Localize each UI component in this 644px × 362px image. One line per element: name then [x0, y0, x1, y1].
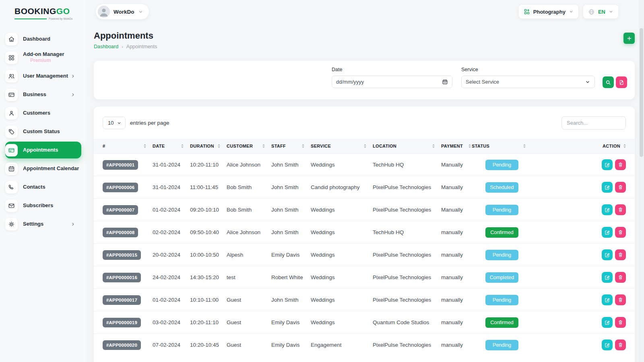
- column-header-id[interactable]: #: [103, 144, 153, 148]
- sidebar-item-user-management[interactable]: User Management: [5, 68, 81, 84]
- grid-icon: [5, 51, 18, 64]
- cell-service: Engagement: [311, 342, 373, 348]
- cell-service: Weddings: [311, 319, 373, 325]
- sidebar-item-custom-status[interactable]: Custom Status: [5, 123, 81, 140]
- language-selector[interactable]: EN: [583, 5, 618, 19]
- edit-button[interactable]: [602, 294, 613, 305]
- breadcrumb-separator: ›: [122, 44, 123, 49]
- cell-service: Weddings: [311, 162, 373, 168]
- delete-button[interactable]: [615, 249, 626, 260]
- status-badge: Pending: [485, 295, 518, 305]
- column-header-staff[interactable]: STAFF: [271, 144, 311, 148]
- add-appointment-button[interactable]: [623, 33, 635, 44]
- sidebar-item-dashboard[interactable]: Dashboard: [5, 31, 81, 47]
- phone-icon: [5, 181, 18, 193]
- edit-button[interactable]: [602, 204, 613, 215]
- edit-button[interactable]: [602, 339, 613, 350]
- cell-customer: Alpesh: [227, 252, 271, 258]
- status-badge: Pending: [485, 340, 518, 350]
- cell-location: TechHub HQ: [373, 229, 441, 235]
- column-header-action[interactable]: ACTION: [590, 144, 626, 148]
- delete-button[interactable]: [615, 159, 626, 170]
- column-header-payment[interactable]: PAYMENT: [441, 144, 472, 148]
- calendar-icon[interactable]: [442, 79, 448, 85]
- edit-button[interactable]: [602, 182, 613, 193]
- sidebar-item-label: Appointments: [23, 147, 58, 153]
- chevron-down-icon: [117, 121, 122, 125]
- delete-button[interactable]: [615, 272, 626, 283]
- table-row: #APP000008 02-02-2024 09:50-10:40 Alice …: [94, 221, 635, 243]
- table-row: #APP0000020 07-02-2024 10:20-10:45 Guest…: [94, 333, 635, 356]
- entries-per-page-select[interactable]: 10: [103, 117, 126, 129]
- page-title: Appointments: [94, 31, 157, 41]
- sort-icon: [432, 144, 435, 148]
- column-header-location[interactable]: LOCATION: [373, 144, 441, 148]
- clear-filter-button[interactable]: [616, 76, 627, 88]
- edit-button[interactable]: [602, 227, 613, 238]
- sidebar-nav: Dashboard Add-on ManagerPremium User Man…: [0, 20, 85, 232]
- sidebar-item-business[interactable]: Business: [5, 86, 81, 103]
- brand-name-secondary: GO: [56, 6, 70, 16]
- sidebar-item-label: Subscribers: [23, 203, 53, 209]
- delete-button[interactable]: [615, 204, 626, 215]
- tag-icon: [5, 125, 18, 138]
- sidebar-item-label: Business: [23, 92, 46, 98]
- credit-card-icon: [5, 88, 18, 101]
- sidebar-item-appointments[interactable]: Appointments: [5, 142, 81, 158]
- business-selector[interactable]: Photography: [519, 5, 578, 19]
- cell-date: 20-02-2024: [153, 252, 190, 258]
- table-row: #APP000007 01-02-2024 09:20-10:10 Bob Sm…: [94, 198, 635, 221]
- edit-button[interactable]: [602, 317, 613, 328]
- date-input[interactable]: [336, 79, 442, 85]
- sidebar-item-addon-manager[interactable]: Add-on ManagerPremium: [5, 49, 81, 66]
- edit-button[interactable]: [602, 272, 613, 283]
- sidebar-item-contacts[interactable]: Contacts: [5, 179, 81, 195]
- breadcrumb-dashboard-link[interactable]: Dashboard: [94, 44, 118, 49]
- service-select[interactable]: Select Service: [461, 76, 595, 88]
- card-icon: [5, 144, 18, 156]
- cell-staff: John Smith: [271, 229, 311, 235]
- sort-icon: [469, 144, 471, 148]
- page-scrollbar[interactable]: [639, 0, 644, 362]
- entries-per-page-value: 10: [108, 120, 114, 126]
- cell-payment: manually: [441, 229, 472, 235]
- sidebar-item-customers[interactable]: Customers: [5, 105, 81, 121]
- chevron-right-icon: [70, 92, 76, 97]
- column-header-customer[interactable]: CUSTOMER: [227, 144, 271, 148]
- table-search-input[interactable]: [561, 116, 626, 130]
- appointments-table-card: 10 entries per page # DATE DURATION CUST…: [94, 107, 635, 362]
- calendar-icon: [5, 162, 18, 175]
- chevron-down-icon: [585, 79, 590, 85]
- delete-button[interactable]: [615, 227, 626, 238]
- sidebar-item-settings[interactable]: Settings: [5, 216, 81, 232]
- home-icon: [5, 33, 18, 45]
- cell-date: 02-02-2024: [153, 229, 190, 235]
- delete-button[interactable]: [615, 339, 626, 350]
- edit-button[interactable]: [602, 249, 613, 260]
- brand-logo[interactable]: BOOKINGGO Powered by WorkDo: [0, 0, 85, 20]
- cell-customer: Guest: [227, 319, 271, 325]
- cell-payment: manually: [441, 274, 472, 280]
- scrollbar-thumb[interactable]: [640, 28, 643, 157]
- sort-icon: [302, 144, 304, 148]
- delete-button[interactable]: [615, 317, 626, 328]
- sidebar: BOOKINGGO Powered by WorkDo Dashboard Ad…: [0, 0, 85, 362]
- column-header-duration[interactable]: DURATION: [190, 144, 227, 148]
- grid-plus-icon: [524, 8, 530, 15]
- table-row: #APP000001 31-01-2024 10:20-11:10 Alice …: [94, 153, 635, 176]
- cell-payment: Manually: [441, 207, 472, 213]
- delete-button[interactable]: [615, 294, 626, 305]
- cell-date: 24-02-2024: [153, 274, 190, 280]
- apply-filter-button[interactable]: [603, 76, 614, 88]
- delete-button[interactable]: [615, 182, 626, 193]
- sidebar-item-subscribers[interactable]: Subscribers: [5, 197, 81, 214]
- column-header-date[interactable]: DATE: [153, 144, 190, 148]
- sidebar-item-label: Custom Status: [23, 129, 60, 135]
- language-code: EN: [598, 9, 605, 15]
- column-header-service[interactable]: SERVICE: [311, 144, 373, 148]
- column-header-status[interactable]: STATUS: [472, 144, 532, 148]
- cell-location: PixelPulse Technologies: [373, 184, 441, 190]
- edit-button[interactable]: [602, 159, 613, 170]
- sidebar-item-appointment-calendar[interactable]: Appointment Calendar: [5, 160, 81, 177]
- workspace-switcher[interactable]: WorkDo: [96, 4, 149, 19]
